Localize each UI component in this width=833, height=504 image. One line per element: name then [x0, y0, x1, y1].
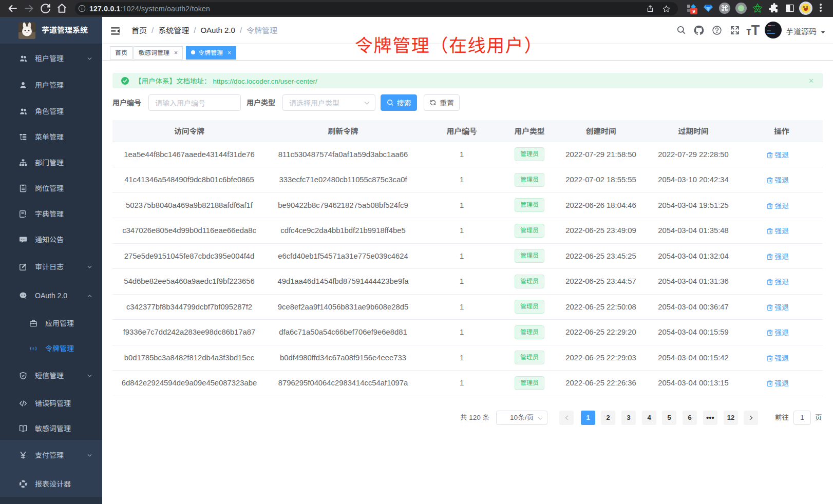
svg-text:a: a	[32, 346, 34, 350]
